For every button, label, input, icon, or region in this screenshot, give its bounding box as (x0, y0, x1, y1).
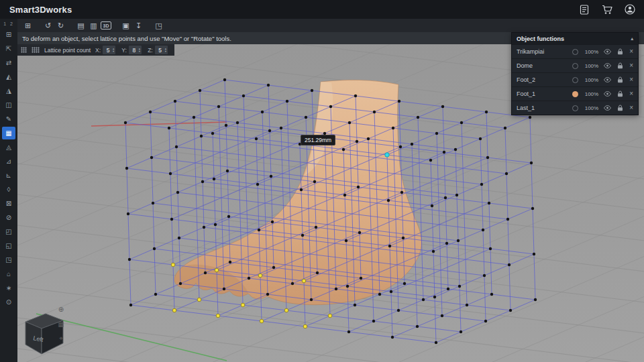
lock-icon[interactable] (616, 62, 624, 70)
lattice-point[interactable] (172, 308, 176, 312)
lattice-point[interactable] (346, 285, 349, 288)
stepper-arrows-icon[interactable]: ▴▾ (139, 48, 140, 53)
mirror-tool-icon[interactable]: ◫ (2, 99, 15, 111)
visibility-eye-icon[interactable] (604, 62, 611, 70)
stepper-arrows-icon[interactable]: ▴▾ (165, 48, 166, 53)
lattice-point[interactable] (505, 172, 508, 175)
lattice-point[interactable] (271, 221, 274, 223)
cart-icon[interactable] (601, 3, 613, 15)
lattice-point[interactable] (149, 111, 152, 113)
lattice-point[interactable] (214, 223, 217, 226)
lattice-point[interactable] (124, 121, 127, 124)
snap-toggle-icon[interactable]: ⌖ (56, 334, 66, 343)
lattice-point[interactable] (345, 239, 347, 242)
box-select-tool-icon[interactable]: ⇱ (2, 42, 15, 55)
lattice-point[interactable] (256, 183, 259, 186)
object-color-swatch[interactable] (572, 77, 578, 83)
lattice-grid-icon[interactable] (32, 47, 40, 53)
lock-icon[interactable] (616, 76, 624, 84)
object-panel-header[interactable]: Object functions ▴ (512, 33, 638, 44)
lattice-point[interactable] (154, 293, 157, 296)
lattice-point[interactable] (530, 162, 533, 164)
lattice-point[interactable] (458, 285, 461, 288)
lattice-point[interactable] (533, 253, 535, 255)
align-tool-icon[interactable]: ◊ (2, 183, 15, 196)
object-opacity[interactable]: 100% (584, 105, 598, 111)
lattice-point[interactable] (272, 266, 275, 269)
lattice-point[interactable] (174, 100, 176, 103)
lattice-point[interactable] (261, 111, 264, 113)
lattice-point[interactable] (509, 309, 512, 312)
lattice-point[interactable] (217, 105, 220, 108)
lattice-point[interactable] (258, 274, 262, 278)
home-tool-icon[interactable]: ⌂ (2, 267, 15, 280)
lattice-point[interactable] (236, 121, 239, 124)
lattice-point[interactable] (354, 95, 357, 97)
lattice-point[interactable] (447, 288, 449, 290)
object-name[interactable]: Last_1 (517, 105, 559, 111)
view-3d-icon[interactable]: 3D (101, 21, 111, 29)
object-row[interactable]: Trikampiai100%× (512, 44, 638, 58)
lattice-point[interactable] (460, 330, 462, 333)
lattice-point[interactable] (305, 116, 307, 119)
lattice-point[interactable] (335, 288, 337, 290)
import-icon[interactable]: ⊞ (22, 20, 34, 31)
lattice-point[interactable] (455, 194, 458, 196)
lattice-point[interactable] (402, 237, 405, 239)
object-row[interactable]: Dome100%× (512, 58, 638, 72)
object-opacity[interactable]: 100% (584, 63, 598, 69)
lattice-point[interactable] (171, 263, 175, 267)
lattice-point[interactable] (153, 247, 156, 250)
lattice-point[interactable] (169, 172, 172, 175)
lattice-deform-tool-icon[interactable]: ▦ (2, 127, 15, 139)
object-opacity[interactable]: 100% (584, 77, 598, 83)
lattice-point[interactable] (488, 202, 490, 204)
lattice-point[interactable] (303, 324, 307, 328)
lattice-point[interactable] (441, 105, 444, 108)
object-color-swatch[interactable] (572, 63, 578, 69)
lattice-point[interactable] (301, 234, 304, 237)
lattice-point[interactable] (223, 288, 225, 290)
lattice-count-input[interactable]: 8▴▾ (129, 46, 142, 54)
lattice-point[interactable] (216, 314, 220, 318)
lattice-point[interactable] (484, 320, 487, 322)
lattice-point[interactable] (529, 116, 531, 119)
lattice-point[interactable] (416, 325, 419, 328)
lattice-point[interactable] (291, 282, 294, 285)
lattice-point[interactable] (372, 320, 375, 322)
lattice-point[interactable] (203, 226, 205, 229)
lattice-point[interactable] (429, 159, 432, 162)
compare-icon[interactable]: ▥ (88, 20, 99, 31)
object-row[interactable]: Foot_1100%× (512, 86, 638, 101)
undo-icon[interactable]: ↺ (42, 20, 54, 31)
lattice-point[interactable] (483, 274, 486, 277)
lattice-point[interactable] (531, 207, 534, 210)
lattice-point[interactable] (534, 298, 537, 301)
lattice-point[interactable] (479, 137, 482, 140)
lattice-point[interactable] (199, 89, 201, 92)
lattice-point[interactable] (385, 153, 389, 157)
collapse-chevron-icon[interactable]: ▴ (631, 36, 633, 42)
object-name[interactable]: Foot_2 (517, 76, 559, 83)
lattice-point[interactable] (391, 336, 394, 339)
lattice-point[interactable] (328, 314, 332, 318)
measure-tool-icon[interactable]: ⊿ (2, 155, 15, 168)
lattice-point[interactable] (193, 116, 195, 119)
lattice-point[interactable] (316, 272, 319, 274)
lattice-point[interactable] (284, 308, 288, 312)
lattice-point[interactable] (348, 121, 351, 124)
lock-icon[interactable] (616, 105, 624, 112)
lattice-point[interactable] (227, 215, 230, 218)
crop-tool-icon[interactable]: ⊠ (2, 197, 15, 210)
lattice-point[interactable] (201, 180, 204, 183)
foot-model[interactable] (174, 80, 421, 304)
export-icon[interactable]: ↧ (133, 20, 144, 31)
visibility-eye-icon[interactable] (604, 76, 611, 84)
lattice-point[interactable] (422, 298, 425, 301)
lattice-point[interactable] (417, 116, 419, 119)
lattice-point[interactable] (213, 178, 215, 180)
remove-object-icon[interactable]: × (629, 90, 633, 97)
object-opacity[interactable]: 100% (584, 49, 598, 55)
lattice-point[interactable] (403, 282, 406, 285)
lattice-point[interactable] (129, 304, 132, 306)
